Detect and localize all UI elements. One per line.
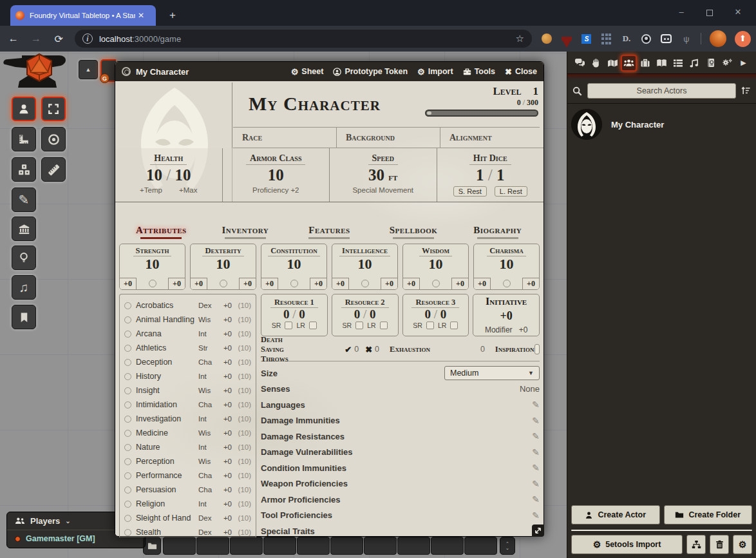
ability-score[interactable]: 10 [332, 257, 397, 271]
skill-name[interactable]: Persuasion [136, 485, 198, 494]
skill-proficiency-radio[interactable] [124, 387, 131, 394]
detail-field[interactable]: Alignment [440, 128, 543, 148]
resource-block[interactable]: Resource 3 0 / 0 SR LR [402, 294, 469, 336]
edit-icon[interactable]: ✎ [532, 447, 540, 457]
skill-proficiency-radio[interactable] [124, 472, 131, 479]
ability-save[interactable]: +0 [403, 278, 420, 289]
edit-icon[interactable]: ✎ [532, 479, 540, 489]
macro-slot[interactable] [196, 537, 229, 555]
skill-row[interactable]: Stealth Dex +0 (10) [124, 525, 251, 537]
configure-button[interactable]: ⚙ [733, 535, 752, 554]
macro-slot[interactable] [230, 537, 263, 555]
tab-close-icon[interactable]: ✕ [138, 11, 144, 20]
actor-row[interactable]: My Character [571, 109, 752, 140]
inspiration-checkbox[interactable] [534, 344, 540, 354]
tab-scenes[interactable] [605, 55, 621, 72]
proficiency-radio[interactable] [432, 280, 440, 287]
skill-row[interactable]: Intimidation Cha +0 (10) [124, 398, 251, 412]
skill-name[interactable]: Animal Handling [136, 315, 198, 324]
address-bar[interactable]: i localhost :30000/game ☆ [75, 30, 532, 48]
ability-score[interactable]: 10 [261, 257, 326, 271]
skill-name[interactable]: Insight [136, 386, 198, 395]
cookie-extension-icon[interactable] [541, 33, 553, 44]
macro-slot[interactable] [464, 537, 497, 555]
macro-slot[interactable] [431, 537, 464, 555]
level-display[interactable]: Level1 [425, 85, 538, 98]
forward-button[interactable]: → [26, 33, 45, 44]
skill-proficiency-radio[interactable] [124, 302, 131, 309]
tab-items[interactable] [638, 55, 654, 72]
proficiency-radio[interactable] [503, 280, 511, 287]
skill-name[interactable]: History [136, 372, 198, 381]
sounds-tool[interactable]: ♫ [12, 275, 36, 300]
ability-block[interactable]: Strength 10 +0 +0 [119, 244, 185, 290]
skill-name[interactable]: Athletics [136, 343, 198, 352]
skill-row[interactable]: Perception Wis +0 (10) [124, 454, 251, 468]
skill-proficiency-radio[interactable] [124, 331, 131, 338]
tab-tables[interactable] [670, 55, 686, 72]
short-rest-checkbox[interactable] [355, 322, 363, 329]
back-button[interactable]: ← [4, 33, 23, 44]
skill-name[interactable]: Performance [136, 471, 198, 480]
cross-icon[interactable]: ✖ [365, 345, 372, 354]
ability-block[interactable]: Constitution 10 +0 +0 [261, 244, 327, 290]
target-tool[interactable] [41, 127, 66, 151]
tab-chat[interactable] [572, 55, 588, 72]
skill-proficiency-radio[interactable] [124, 430, 131, 437]
proficiency-radio[interactable] [361, 280, 369, 287]
ability-save[interactable]: +0 [332, 278, 349, 289]
skill-name[interactable]: Deception [136, 358, 198, 367]
skill-proficiency-radio[interactable] [124, 373, 131, 380]
search-actors-input[interactable] [587, 83, 736, 99]
skill-row[interactable]: Sleight of Hand Dex +0 (10) [124, 511, 251, 525]
lens-extension-icon[interactable] [641, 33, 652, 44]
proficiency-radio[interactable] [149, 280, 156, 287]
prototype-token-button[interactable]: Prototype Token [333, 67, 408, 76]
stylus-extension-icon[interactable]: S [581, 33, 592, 44]
short-rest-checkbox[interactable] [426, 322, 434, 329]
skill-row[interactable]: Athletics Str +0 (10) [124, 341, 251, 355]
macro-slot[interactable] [163, 537, 196, 555]
sheet-tab[interactable]: Spellbook [372, 224, 456, 242]
armor-class-block[interactable]: Armor Class 10 Proficiency +2 [223, 148, 330, 202]
ability-save[interactable]: +0 [474, 278, 491, 289]
long-rest-checkbox[interactable] [380, 322, 388, 329]
skill-name[interactable]: Sleight of Hand [136, 514, 198, 523]
ability-save[interactable]: +0 [191, 278, 207, 289]
ability-score[interactable]: 10 [403, 257, 468, 271]
xp-display[interactable]: 0 / 300 [425, 98, 538, 108]
skill-proficiency-radio[interactable] [124, 444, 131, 451]
ublock-extension-icon[interactable] [561, 33, 572, 44]
ability-save[interactable]: +0 [261, 278, 278, 289]
actor-name[interactable]: My Character [611, 120, 664, 130]
sheet-tab[interactable]: Features [287, 224, 372, 242]
collapse-folders-icon[interactable] [741, 86, 751, 95]
5etools-import-button[interactable]: ⚙ 5etools Import [571, 535, 683, 554]
tab-compendium[interactable] [703, 55, 719, 72]
tools-button[interactable]: Tools [463, 67, 495, 76]
skill-row[interactable]: Performance Cha +0 (10) [124, 468, 251, 483]
ability-block[interactable]: Charisma 10 +0 +0 [473, 244, 540, 290]
skill-proficiency-radio[interactable] [124, 316, 131, 323]
skill-row[interactable]: Acrobatics Dex +0 (10) [124, 298, 251, 313]
tab-actors[interactable] [621, 55, 637, 72]
grid-extension-icon[interactable] [601, 33, 612, 44]
skill-name[interactable]: Nature [136, 443, 198, 452]
create-folder-button[interactable]: Create Folder [664, 505, 753, 524]
sheet-window-header[interactable]: My Character ⚙Sheet Prototype Token ⚙Imp… [115, 62, 543, 81]
edit-icon[interactable]: ✎ [532, 399, 540, 410]
select-targets-tool[interactable] [41, 97, 66, 121]
select-token-tool[interactable] [12, 97, 36, 121]
special-movement-link[interactable]: Special Movement [330, 186, 437, 194]
walls-tool[interactable] [12, 216, 36, 241]
macro-slot[interactable] [263, 537, 296, 555]
long-rest-checkbox[interactable] [309, 322, 317, 329]
death-success-count[interactable]: 0 [354, 345, 359, 354]
macro-slot[interactable] [297, 537, 330, 555]
import-button[interactable]: ⚙Import [417, 67, 453, 76]
close-window-button[interactable]: ✖Close [505, 67, 537, 76]
ability-score[interactable]: 10 [120, 257, 185, 271]
max-hp-field[interactable]: +Max [179, 186, 197, 194]
lighting-tool[interactable] [12, 245, 36, 270]
tab-journal[interactable] [654, 55, 670, 72]
